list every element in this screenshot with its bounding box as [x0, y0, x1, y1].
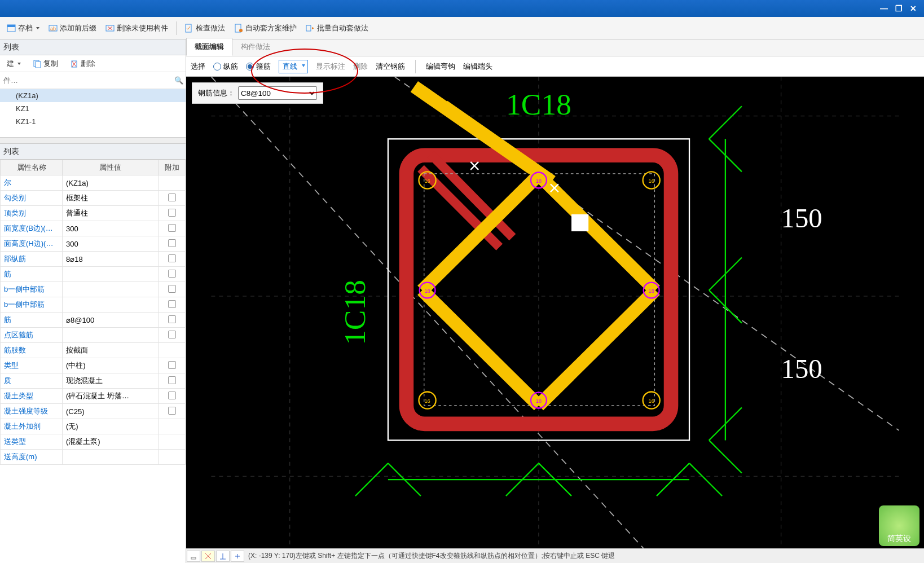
prop-value[interactable]: (中柱): [63, 358, 159, 373]
batch-auto-button[interactable]: 批量自动套做法: [302, 21, 372, 36]
prop-extra[interactable]: [159, 267, 186, 282]
table-row[interactable]: b一侧中部筋: [1, 297, 186, 313]
checkbox-icon[interactable]: [168, 361, 176, 369]
table-row[interactable]: 顶类别 普通柱: [1, 206, 186, 221]
search-icon[interactable]: 🔍: [174, 76, 186, 85]
prop-value[interactable]: 300: [63, 221, 159, 236]
delete-unused-button[interactable]: 删除未使用构件: [102, 21, 171, 36]
table-row[interactable]: 勾类别 框架柱: [1, 191, 186, 206]
table-row[interactable]: 筋 ⌀8@100: [1, 313, 186, 328]
line-mode-dropdown[interactable]: 直线: [279, 60, 308, 73]
radio-longitudinal[interactable]: 纵筋: [213, 61, 238, 72]
table-row[interactable]: 尔 (KZ1a): [1, 175, 186, 191]
splitter[interactable]: [0, 137, 186, 144]
checkbox-icon[interactable]: [168, 270, 176, 278]
table-row[interactable]: 送高度(m): [1, 450, 186, 465]
copy-button[interactable]: 复制: [30, 56, 61, 71]
show-label-button[interactable]: 显示标注: [316, 61, 345, 72]
table-row[interactable]: 凝土外加剂 (无): [1, 419, 186, 434]
prop-extra[interactable]: [159, 419, 186, 434]
tab-component-method[interactable]: 构件做法: [232, 38, 279, 56]
component-list[interactable]: (KZ1a) KZ1 KZ1-1: [0, 89, 186, 137]
prop-value[interactable]: 框架柱: [63, 191, 159, 206]
checkbox-icon[interactable]: [168, 315, 176, 323]
checkbox-icon[interactable]: [168, 392, 176, 399]
rebar-info-select[interactable]: C8@100: [238, 86, 317, 100]
prop-extra[interactable]: [159, 343, 186, 358]
checkbox-icon[interactable]: [168, 376, 176, 384]
checkbox-icon[interactable]: [168, 239, 176, 247]
table-row[interactable]: 部纵筋 8⌀18: [1, 252, 186, 267]
prop-value[interactable]: 现浇混凝土: [63, 373, 159, 389]
prop-value[interactable]: 普通柱: [63, 206, 159, 221]
prop-extra[interactable]: [159, 313, 186, 328]
list-item[interactable]: KZ1-1: [0, 115, 186, 128]
prop-value[interactable]: [63, 282, 159, 297]
prop-value[interactable]: [63, 450, 159, 465]
table-row[interactable]: b一侧中部筋: [1, 282, 186, 297]
checkbox-icon[interactable]: [168, 300, 176, 308]
prop-extra[interactable]: [159, 282, 186, 297]
table-row[interactable]: 面高度(H边)(… 300: [1, 236, 186, 252]
delete-rebar-button[interactable]: 删除: [353, 61, 368, 72]
list-item[interactable]: (KZ1a): [0, 89, 186, 102]
delete-button[interactable]: 删除: [67, 56, 99, 71]
add-prefix-suffix-button[interactable]: ab添加前后缀: [45, 21, 100, 36]
prop-value[interactable]: [63, 267, 159, 282]
check-method-button[interactable]: 检查做法: [181, 21, 228, 36]
prop-extra[interactable]: [159, 389, 186, 404]
checkbox-icon[interactable]: [168, 407, 176, 415]
new-button[interactable]: 建: [3, 56, 24, 71]
prop-value[interactable]: 300: [63, 236, 159, 252]
prop-value[interactable]: 按截面: [63, 343, 159, 358]
prop-extra[interactable]: [159, 373, 186, 389]
prop-extra[interactable]: [159, 434, 186, 450]
prop-value[interactable]: (无): [63, 419, 159, 434]
edit-end-button[interactable]: 编辑端头: [463, 61, 492, 72]
edit-hook-button[interactable]: 编辑弯钩: [426, 61, 455, 72]
snap-endpoint-button[interactable]: [187, 551, 200, 562]
snap-perpendicular-button[interactable]: [216, 551, 230, 562]
prop-extra[interactable]: [159, 328, 186, 343]
table-row[interactable]: 筋: [1, 267, 186, 282]
auto-scheme-button[interactable]: 自动套方案维护: [231, 21, 300, 36]
restore-button[interactable]: ❐: [891, 3, 906, 14]
prop-extra[interactable]: [159, 404, 186, 419]
checkbox-icon[interactable]: [168, 254, 176, 262]
prop-extra[interactable]: [159, 191, 186, 206]
prop-value[interactable]: (KZ1a): [63, 175, 159, 191]
archive-button[interactable]: 存档: [3, 21, 43, 36]
checkbox-icon[interactable]: [168, 331, 176, 338]
table-row[interactable]: 类型 (中柱): [1, 358, 186, 373]
prop-extra[interactable]: [159, 252, 186, 267]
prop-extra[interactable]: [159, 450, 186, 465]
radio-stirrup[interactable]: 箍筋: [246, 61, 271, 72]
table-row[interactable]: 送类型 (混凝土泵): [1, 434, 186, 450]
prop-extra[interactable]: [159, 236, 186, 252]
prop-value[interactable]: (C25): [63, 404, 159, 419]
table-row[interactable]: 筋肢数 按截面: [1, 343, 186, 358]
prop-value[interactable]: [63, 328, 159, 343]
snap-intersection-button[interactable]: [201, 551, 215, 562]
select-tool[interactable]: 选择: [191, 61, 205, 72]
checkbox-icon[interactable]: [168, 193, 176, 201]
prop-value[interactable]: (碎石混凝土 坍落…: [63, 389, 159, 404]
table-row[interactable]: 点区箍筋: [1, 328, 186, 343]
prop-value[interactable]: ⌀8@100: [63, 313, 159, 328]
checkbox-icon[interactable]: [168, 224, 176, 232]
list-item[interactable]: KZ1: [0, 102, 186, 115]
prop-extra[interactable]: [159, 358, 186, 373]
snap-add-button[interactable]: [231, 551, 244, 562]
prop-value[interactable]: (混凝土泵): [63, 434, 159, 450]
minimize-button[interactable]: —: [877, 3, 891, 14]
table-row[interactable]: 面宽度(B边)(… 300: [1, 221, 186, 236]
clear-rebar-button[interactable]: 清空钢筋: [376, 61, 405, 72]
close-button[interactable]: ✕: [906, 3, 921, 14]
prop-extra[interactable]: [159, 206, 186, 221]
table-row[interactable]: 凝土类型 (碎石混凝土 坍落…: [1, 389, 186, 404]
prop-value[interactable]: 8⌀18: [63, 252, 159, 267]
table-row[interactable]: 凝土强度等级 (C25): [1, 404, 186, 419]
prop-extra[interactable]: [159, 175, 186, 191]
prop-extra[interactable]: [159, 297, 186, 313]
checkbox-icon[interactable]: [168, 285, 176, 293]
